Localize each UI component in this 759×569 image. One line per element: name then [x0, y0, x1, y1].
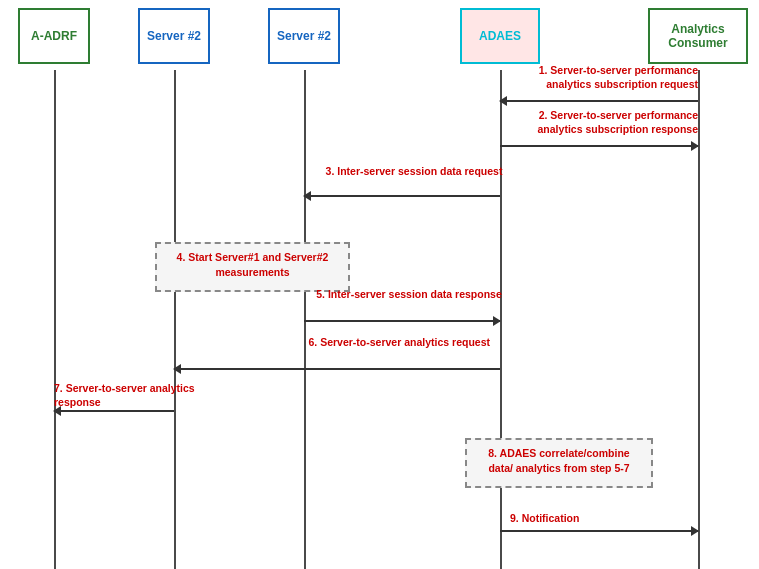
message-7-label: 7. Server-to-server analytics response	[54, 382, 214, 409]
note-8: 8. ADAES correlate/combine data/ analyti…	[465, 438, 653, 488]
message-1: 1. Server-to-server performance analytic…	[500, 100, 698, 102]
message-9-label: 9. Notification	[510, 512, 670, 526]
message-5: 5. Inter-server session data response	[304, 320, 500, 322]
message-1-label: 1. Server-to-server performance analytic…	[498, 64, 698, 91]
actor-aadrf: A-ADRF	[18, 8, 90, 64]
message-3-label: 3. Inter-server session data request	[324, 165, 504, 179]
actor-aadrf-line	[54, 70, 56, 569]
message-6-label: 6. Server-to-server analytics request	[290, 336, 490, 350]
actor-server1-line	[174, 70, 176, 569]
message-2-label: 2. Server-to-server performance analytic…	[498, 109, 698, 136]
message-9: 9. Notification	[500, 530, 698, 532]
message-7: 7. Server-to-server analytics response	[54, 410, 174, 412]
message-5-label: 5. Inter-server session data response	[314, 288, 504, 302]
actor-consumer: Analytics Consumer	[648, 8, 748, 64]
sequence-diagram: A-ADRF Server #2 Server #2 ADAES Analyti…	[0, 0, 759, 569]
note-4: 4. Start Server#1 and Server#2 measureme…	[155, 242, 350, 292]
actor-adaes: ADAES	[460, 8, 540, 64]
message-3: 3. Inter-server session data request	[304, 195, 500, 197]
actor-server2: Server #2	[268, 8, 340, 64]
message-6: 6. Server-to-server analytics request	[174, 368, 500, 370]
actor-server1: Server #2	[138, 8, 210, 64]
message-2: 2. Server-to-server performance analytic…	[500, 145, 698, 147]
